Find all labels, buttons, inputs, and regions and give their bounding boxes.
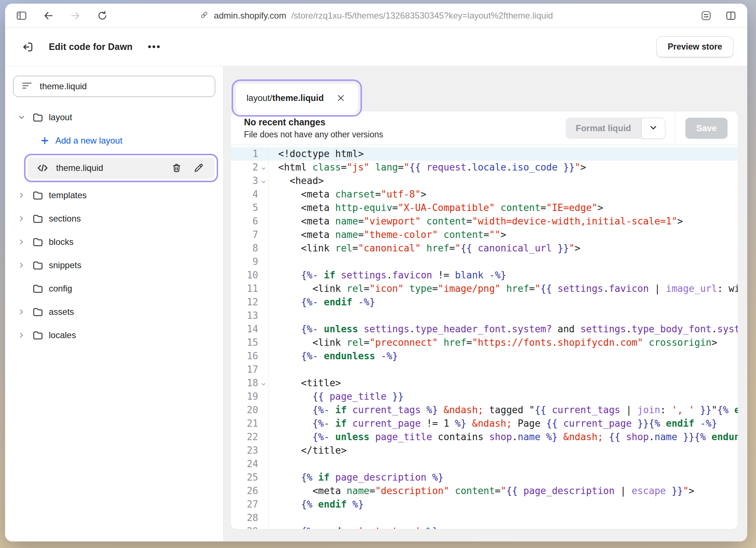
sidebar-folder-blocks[interactable]: blocks	[5, 230, 223, 254]
chevron-right-icon[interactable]	[17, 261, 32, 269]
desktop-background: admin.shopify.com/store/rzq1xu-f5/themes…	[0, 0, 756, 548]
page-settings-icon[interactable]	[700, 9, 712, 22]
code-line-8[interactable]: 8 <link rel="canonical" href="{{ canonic…	[231, 242, 738, 255]
code-line-13[interactable]: 13	[231, 309, 738, 322]
line-number: 7	[231, 228, 269, 242]
code-text: {% endif %}	[269, 498, 738, 511]
chevron-right-icon[interactable]	[17, 238, 32, 246]
tab-theme-liquid[interactable]: layout/theme.liquid	[236, 83, 358, 113]
code-line-3[interactable]: 3 <head>	[231, 174, 738, 188]
line-number: 28	[231, 511, 269, 525]
format-liquid-button[interactable]: Format liquid	[566, 118, 641, 139]
plus-icon	[40, 136, 55, 145]
code-text: <head>	[269, 174, 738, 188]
code-text: <link rel="icon" type="image/png" href="…	[269, 282, 738, 295]
line-number: 25	[231, 471, 269, 484]
rename-file-icon[interactable]	[191, 161, 206, 175]
code-text: <meta charset="utf-8">	[269, 188, 738, 201]
chevron-right-icon[interactable]	[17, 308, 32, 316]
code-line-1[interactable]: 1<!doctype html>	[231, 147, 738, 161]
code-line-21[interactable]: 21 {%- if current_page != 1 %} &ndash; P…	[231, 417, 738, 430]
sidebar-folder-assets[interactable]: assets	[5, 300, 223, 324]
code-view[interactable]: 1<!doctype html>2<html class="js" lang="…	[231, 145, 738, 529]
code-line-15[interactable]: 15 <link rel="preconnect" href="https://…	[231, 336, 738, 349]
add-new-layout-button[interactable]: Add a new layout	[5, 129, 223, 152]
folder-icon	[32, 283, 49, 294]
line-number: 26	[231, 484, 269, 498]
sidebar-folder-locales[interactable]: locales	[5, 324, 223, 347]
code-line-25[interactable]: 25 {% if page_description %}	[231, 471, 738, 484]
code-line-18[interactable]: 18 <title>	[231, 376, 738, 390]
forward-icon[interactable]	[69, 9, 82, 22]
code-line-17[interactable]: 17	[231, 363, 738, 376]
overflow-menu-icon[interactable]: •••	[148, 41, 161, 52]
sidebar-folder-config[interactable]: config	[5, 277, 223, 300]
filter-icon	[21, 80, 32, 93]
chevron-down-icon[interactable]	[17, 113, 32, 121]
code-text: <meta name="description" content="{{ pag…	[269, 484, 738, 498]
fold-toggle-icon[interactable]	[258, 177, 268, 185]
line-number: 1	[231, 147, 269, 161]
code-line-29[interactable]: 29 {% render 'meta-tags' %}	[231, 525, 738, 529]
action-label: Add a new layout	[55, 136, 122, 146]
page-title: Edit code for Dawn	[49, 42, 133, 52]
sidebar-folder-sections[interactable]: sections	[5, 207, 223, 230]
code-line-22[interactable]: 22 {%- unless page_title contains shop.n…	[231, 430, 738, 444]
url-path: /store/rzq1xu-f5/themes/132683530345?key…	[291, 11, 553, 21]
close-icon[interactable]	[335, 92, 347, 104]
code-text	[269, 255, 738, 269]
code-line-6[interactable]: 6 <meta name="viewport" content="width=d…	[231, 215, 738, 228]
save-button[interactable]: Save	[685, 118, 728, 139]
code-line-14[interactable]: 14 {%- unless settings.type_header_font.…	[231, 322, 738, 336]
code-line-2[interactable]: 2<html class="js" lang="{{ request.local…	[231, 161, 738, 174]
line-number: 9	[231, 255, 269, 269]
app-header: Edit code for Dawn ••• Preview store	[5, 28, 747, 66]
chevron-right-icon[interactable]	[17, 191, 32, 199]
line-number: 17	[231, 363, 269, 376]
line-number: 3	[231, 174, 269, 188]
sidebar-file-theme-liquid[interactable]: theme.liquid	[28, 157, 214, 179]
chevron-down-icon	[649, 123, 658, 134]
code-line-9[interactable]: 9	[231, 255, 738, 269]
code-line-27[interactable]: 27 {% endif %}	[231, 498, 738, 511]
code-line-24[interactable]: 24	[231, 457, 738, 471]
browser-window: admin.shopify.com/store/rzq1xu-f5/themes…	[5, 4, 747, 541]
preview-store-button[interactable]: Preview store	[656, 36, 733, 58]
code-line-4[interactable]: 4 <meta charset="utf-8">	[231, 188, 738, 201]
fold-toggle-icon[interactable]	[258, 164, 268, 171]
folder-icon	[32, 259, 49, 271]
code-text: {% if page_description %}	[269, 471, 738, 484]
sidebar-folder-templates[interactable]: templates	[5, 184, 223, 207]
chevron-right-icon[interactable]	[17, 331, 32, 339]
folder-icon	[32, 111, 49, 123]
address-bar[interactable]: admin.shopify.com/store/rzq1xu-f5/themes…	[200, 10, 553, 21]
tab-highlight-ring: layout/theme.liquid	[232, 79, 362, 117]
code-line-7[interactable]: 7 <meta name="theme-color" content="">	[231, 228, 738, 242]
code-line-11[interactable]: 11 <link rel="icon" type="image/png" hre…	[231, 282, 738, 295]
split-view-icon[interactable]	[725, 9, 737, 22]
back-icon[interactable]	[42, 9, 55, 22]
sidebar-folder-layout[interactable]: layout	[5, 106, 223, 129]
code-line-19[interactable]: 19 {{ page_title }}	[231, 390, 738, 403]
code-line-10[interactable]: 10 {%- if settings.favicon != blank -%}	[231, 269, 738, 282]
exit-icon[interactable]	[20, 40, 35, 54]
code-line-16[interactable]: 16 {%- endunless -%}	[231, 349, 738, 363]
delete-file-icon[interactable]	[169, 161, 184, 175]
code-line-26[interactable]: 26 <meta name="description" content="{{ …	[231, 484, 738, 498]
line-number: 14	[231, 322, 269, 336]
code-line-23[interactable]: 23 </title>	[231, 444, 738, 457]
format-liquid-dropdown[interactable]	[641, 118, 665, 139]
code-line-5[interactable]: 5 <meta http-equiv="X-UA-Compatible" con…	[231, 201, 738, 215]
file-search-input[interactable]: theme.liquid	[13, 76, 215, 97]
line-number: 22	[231, 430, 269, 444]
fold-toggle-icon[interactable]	[258, 379, 268, 387]
sidebar-folder-snippets[interactable]: snippets	[5, 254, 223, 277]
code-text: {%- unless page_title contains shop.name…	[269, 430, 738, 444]
sidebar-toggle-icon[interactable]	[15, 9, 28, 22]
code-line-12[interactable]: 12 {%- endif -%}	[231, 295, 738, 309]
chevron-right-icon[interactable]	[17, 215, 32, 223]
folder-icon	[32, 329, 49, 341]
code-line-28[interactable]: 28	[231, 511, 738, 525]
code-line-20[interactable]: 20 {%- if current_tags %} &ndash; tagged…	[231, 403, 738, 417]
reload-icon[interactable]	[96, 9, 109, 22]
